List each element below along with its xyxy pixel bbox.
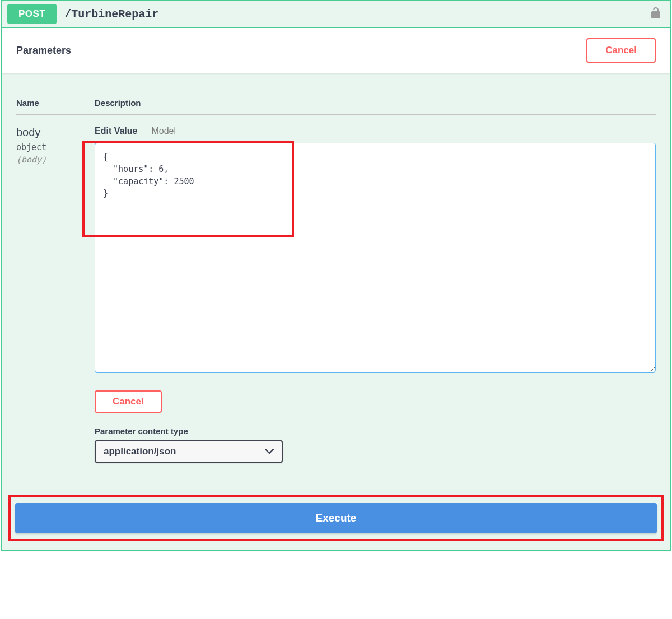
parameter-type: object [16,142,95,152]
parameter-name-column: body object (body) [16,126,95,463]
tab-edit-value[interactable]: Edit Value [95,126,137,136]
parameters-body: Name Description body object (body) Edit… [2,73,670,463]
parameter-name: body [16,126,95,139]
column-name-header: Name [16,98,95,108]
tab-model[interactable]: Model [151,126,176,136]
parameter-row-body: body object (body) Edit Value Model Canc… [16,115,656,463]
endpoint-panel: POST /TurbineRepair Parameters Cancel Na… [1,0,671,551]
content-type-select[interactable]: application/json [95,440,283,463]
body-cancel-button[interactable]: Cancel [95,390,162,413]
endpoint-summary[interactable]: POST /TurbineRepair [2,1,670,28]
execute-section: Execute [10,496,662,540]
unlock-icon[interactable] [650,6,665,22]
parameter-in: (body) [16,155,95,165]
body-textarea[interactable] [95,143,656,373]
endpoint-path: /TurbineRepair [64,8,650,21]
parameter-description-column: Edit Value Model Cancel Parameter conten… [95,126,656,463]
body-tabs: Edit Value Model [95,126,656,136]
chevron-down-icon [265,446,274,457]
parameters-header: Parameters Cancel [2,28,670,73]
execute-button[interactable]: Execute [15,503,657,533]
content-type-label: Parameter content type [95,426,656,436]
http-method-badge: POST [7,4,57,24]
tab-divider [144,126,144,136]
content-type-value: application/json [104,446,176,457]
columns-header: Name Description [16,98,656,115]
parameters-title: Parameters [16,45,71,57]
cancel-button[interactable]: Cancel [586,38,656,63]
column-description-header: Description [95,98,141,108]
